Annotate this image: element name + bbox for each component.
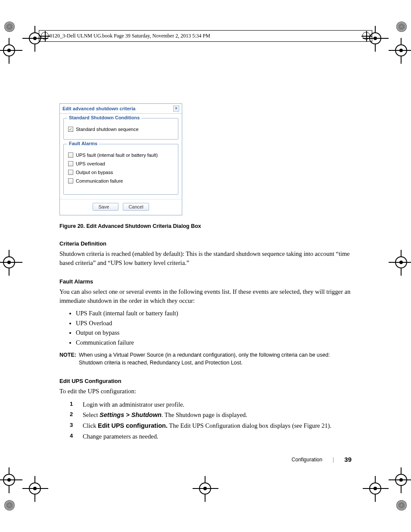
note-label: NOTE: [59, 352, 76, 367]
header-reg-icon [41, 32, 49, 40]
print-crosshair [363, 476, 389, 502]
list-item: Communication failure [76, 338, 352, 347]
ui-label: Edit UPS configuration. [98, 422, 168, 429]
checkbox-label: Output on bypass [76, 169, 113, 175]
standard-shutdown-group: Standard Shutdown Conditions ✓ Standard … [63, 118, 178, 140]
checkbox-label: Communication failure [76, 178, 123, 184]
header-rule [39, 30, 372, 31]
header-tick [39, 30, 39, 41]
checkbox-ups-overload[interactable] [68, 161, 73, 166]
checkbox-label: UPS fault (internal fault or battery fau… [76, 152, 158, 158]
print-regmark [4, 485, 30, 510]
list-item: UPS Overload [76, 318, 352, 328]
list-item: UPS Fault (internal fault or battery fau… [76, 308, 352, 318]
page-footer: Configuration | 39 [292, 456, 352, 463]
header-rule [39, 41, 372, 42]
footer-separator: | [333, 457, 334, 463]
print-regmark [381, 485, 407, 510]
print-regmark [381, 22, 407, 47]
step-text: Click [83, 422, 98, 429]
fault-alarms-group: Fault Alarms UPS fault (internal fault o… [63, 144, 178, 195]
checkbox-label: UPS overload [76, 161, 105, 167]
edit-advanced-shutdown-dialog: Edit advanced shutdown criteria × Standa… [59, 103, 182, 215]
checkbox-ups-fault[interactable] [68, 152, 73, 158]
checkbox-output-bypass[interactable] [68, 170, 73, 175]
group-legend: Standard Shutdown Conditions [67, 115, 141, 120]
criteria-definition-heading: Criteria Definition [59, 240, 352, 247]
print-crosshair [0, 467, 22, 493]
steps-list: Login with an administrator user profile… [70, 399, 352, 442]
close-icon[interactable]: × [173, 106, 179, 112]
fault-alarms-list: UPS Fault (internal fault or battery fau… [76, 308, 352, 347]
cancel-button[interactable]: Cancel [123, 203, 149, 211]
print-crosshair [389, 38, 411, 64]
step-text: The Edit UPS Configuration dialog box di… [168, 422, 331, 429]
print-crosshair [0, 38, 22, 64]
step-item: Change parameters as needed. [70, 431, 352, 442]
step-item: Click Edit UPS configuration. The Edit U… [70, 420, 352, 431]
dialog-title-text: Edit advanced shutdown criteria [62, 106, 135, 111]
page-number: 39 [344, 456, 352, 463]
print-regmark [4, 22, 30, 47]
fault-alarms-body: You can also select one or several event… [59, 287, 352, 305]
figure-caption: Figure 20. Edit Advanced Shutdown Criter… [59, 223, 352, 229]
note-block: NOTE: When using a Virtual Power Source … [59, 352, 352, 367]
checkbox-label: Standard shutdown sequence [76, 126, 139, 132]
print-crosshair [0, 250, 22, 276]
header-tick [372, 30, 372, 41]
print-crosshair [389, 467, 411, 493]
running-header: 0120_3-Dell ULNM UG.book Page 39 Saturda… [50, 33, 210, 39]
print-crosshair [22, 476, 48, 502]
note-body: When using a Virtual Power Source (in a … [79, 352, 352, 367]
step-text: Select [83, 411, 100, 418]
edit-ups-heading: Edit UPS Configuration [59, 378, 352, 384]
menu-path: Settings > Shutdown [100, 411, 162, 418]
print-crosshair [389, 250, 411, 276]
print-crosshair [193, 476, 218, 502]
step-item: Select Settings > Shutdown. The Shutdown… [70, 410, 352, 420]
header-reg-icon [362, 32, 370, 40]
checkbox-comm-failure[interactable] [68, 178, 73, 184]
edit-ups-intro: To edit the UPS configuration: [59, 387, 352, 396]
step-text: . The Shutdown page is displayed. [162, 411, 247, 418]
step-item: Login with an administrator user profile… [70, 399, 352, 410]
group-legend: Fault Alarms [67, 141, 99, 146]
criteria-definition-body: Shutdown criteria is reached (enabled by… [59, 249, 352, 267]
fault-alarms-heading: Fault Alarms [59, 278, 352, 285]
footer-section: Configuration [292, 457, 322, 463]
checkbox-standard-sequence[interactable]: ✓ [68, 127, 73, 132]
list-item: Output on bypass [76, 328, 352, 337]
save-button[interactable]: Save [93, 203, 118, 211]
